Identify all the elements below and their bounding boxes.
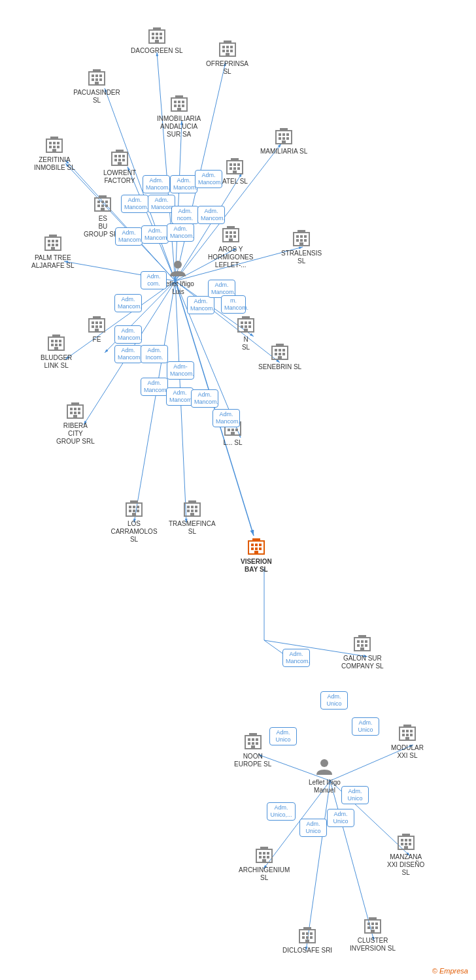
node-ribera[interactable]: RIBERACITYGROUP SRL bbox=[56, 400, 95, 446]
node-zeritinia[interactable]: ZERITINIAINMOBILE SL bbox=[34, 134, 75, 172]
svg-rect-39 bbox=[155, 40, 159, 43]
node-pacuasinder[interactable]: PACUASINDER SL bbox=[71, 67, 123, 105]
adm-box-26[interactable]: Adm.Unico bbox=[269, 727, 297, 745]
adm-box-30[interactable]: Adm.Unico bbox=[327, 809, 354, 827]
node-atel[interactable]: ATEL SL bbox=[222, 155, 248, 186]
adm-box-31[interactable]: Adm.Unico bbox=[341, 786, 369, 804]
svg-rect-40 bbox=[153, 27, 161, 30]
svg-rect-57 bbox=[95, 82, 99, 85]
adm-box-1[interactable]: Adm.Mancom. bbox=[143, 175, 170, 193]
svg-rect-139 bbox=[298, 230, 305, 233]
svg-rect-105 bbox=[97, 201, 100, 203]
adm-box-24[interactable]: Adm.Mancom. bbox=[282, 649, 310, 667]
svg-rect-72 bbox=[279, 137, 281, 140]
svg-rect-272 bbox=[302, 936, 305, 939]
svg-rect-135 bbox=[296, 239, 299, 242]
node-noon[interactable]: NOONEUROPE SL bbox=[234, 730, 271, 768]
svg-rect-63 bbox=[174, 105, 177, 107]
svg-rect-196 bbox=[129, 506, 131, 508]
node-manzana[interactable]: MANZANAXXI DISEÑOSL bbox=[387, 831, 424, 877]
adm-box-28[interactable]: Adm.Unico,... bbox=[267, 802, 296, 821]
svg-rect-43 bbox=[226, 46, 229, 48]
svg-rect-205 bbox=[187, 506, 190, 508]
node-leflet-manuel[interactable]: Leflet IñigoManuel bbox=[309, 757, 341, 794]
node-inmobiliaria[interactable]: INMOBILIARIAANDALUCIASUR SA bbox=[157, 93, 201, 139]
node-palmtree[interactable]: PALM TREEALJARAFE SL bbox=[31, 232, 75, 270]
svg-rect-107 bbox=[105, 201, 108, 203]
svg-rect-164 bbox=[245, 325, 247, 328]
svg-rect-183 bbox=[78, 412, 80, 414]
svg-rect-35 bbox=[160, 33, 162, 35]
svg-rect-110 bbox=[105, 204, 108, 207]
node-leflet-luis[interactable]: Leflet IñigoLuis bbox=[162, 258, 194, 296]
svg-rect-36 bbox=[152, 37, 154, 39]
node-archingenium[interactable]: ARCHINGENIUMSL bbox=[239, 844, 290, 882]
svg-rect-176 bbox=[276, 344, 284, 346]
adm-box-19[interactable]: Adm-Mancom. bbox=[167, 361, 194, 380]
svg-line-5 bbox=[175, 121, 182, 281]
adm-box-23[interactable]: Adm.Mancom. bbox=[212, 409, 240, 427]
svg-rect-221 bbox=[252, 538, 260, 541]
svg-rect-174 bbox=[282, 353, 285, 355]
adm-box-27[interactable]: Adm.Unico bbox=[352, 717, 379, 736]
node-lowrent[interactable]: LOWRENTFACTORY bbox=[103, 147, 136, 185]
adm-box-7[interactable]: Adm.Mancom. bbox=[197, 206, 225, 224]
node-stralensis[interactable]: STRALENSISSL bbox=[281, 227, 322, 265]
svg-rect-153 bbox=[59, 340, 61, 342]
svg-rect-126 bbox=[226, 235, 228, 238]
svg-rect-121 bbox=[49, 235, 57, 237]
node-trasmefinca[interactable]: TRASMEFINCASL bbox=[169, 498, 216, 536]
adm-box-9[interactable]: Adm.Mancom. bbox=[141, 225, 169, 244]
svg-rect-94 bbox=[116, 150, 124, 152]
adm-box-8[interactable]: Adm.Mancom. bbox=[115, 227, 143, 246]
adm-box-10[interactable]: Adm.Mancom. bbox=[167, 223, 194, 242]
svg-rect-203 bbox=[130, 500, 138, 503]
svg-rect-165 bbox=[248, 325, 251, 328]
svg-rect-46 bbox=[226, 50, 229, 52]
adm-box-18[interactable]: Adm.Incom. bbox=[141, 345, 168, 363]
svg-rect-149 bbox=[93, 316, 101, 319]
node-senebrin[interactable]: SENEBRIN SL bbox=[258, 341, 301, 371]
svg-rect-151 bbox=[51, 340, 54, 342]
node-cluster[interactable]: CLUSTERINVERSION SL bbox=[350, 915, 396, 953]
adm-box-3[interactable]: Adm.Mancom. bbox=[195, 170, 222, 188]
adm-box-25[interactable]: Adm.Unico bbox=[320, 691, 348, 710]
adm-box-16[interactable]: Adm.Mancom. bbox=[114, 325, 142, 344]
adm-box-21[interactable]: Adm.Mancom. bbox=[166, 387, 194, 406]
adm-box-6[interactable]: Adm.ncom. bbox=[171, 206, 199, 224]
node-bludger[interactable]: BLUDGERLINK SL bbox=[41, 332, 72, 370]
adm-box-4[interactable]: Adm.Mancom. bbox=[121, 195, 148, 213]
node-nsl[interactable]: NSL bbox=[235, 314, 256, 351]
adm-box-29[interactable]: Adm.Unico bbox=[299, 819, 327, 837]
svg-rect-283 bbox=[375, 926, 378, 929]
node-ofreprinsa[interactable]: OFREPRINSASL bbox=[206, 38, 248, 76]
svg-rect-81 bbox=[49, 146, 52, 148]
svg-rect-207 bbox=[195, 506, 197, 508]
svg-rect-223 bbox=[357, 640, 360, 643]
node-viserion[interactable]: VISERIONBAY SL bbox=[241, 536, 272, 574]
adm-box-22[interactable]: Adm.Mancom. bbox=[191, 389, 218, 408]
node-aros[interactable]: AROS YHORMIGONESLEFLET-... bbox=[208, 223, 253, 269]
node-galon[interactable]: GALON SURCOMPANY SL bbox=[341, 632, 384, 670]
adm-box-15[interactable]: m.Mancom. bbox=[221, 295, 246, 314]
svg-rect-88 bbox=[118, 155, 121, 157]
adm-box-20[interactable]: Adm.Mancom. bbox=[141, 378, 168, 396]
node-fen[interactable]: FE bbox=[86, 314, 107, 344]
svg-rect-158 bbox=[52, 335, 60, 337]
adm-box-11[interactable]: Adm.com. bbox=[141, 271, 167, 289]
svg-rect-109 bbox=[101, 204, 104, 207]
adm-box-13[interactable]: Adm.Mancom. bbox=[187, 296, 214, 314]
adm-box-2[interactable]: Adm.Mancom. bbox=[170, 175, 197, 193]
svg-rect-252 bbox=[263, 852, 265, 855]
node-loscarramolos[interactable]: LOSCARRAMOLOS SL bbox=[108, 498, 160, 544]
svg-rect-87 bbox=[114, 155, 117, 157]
svg-rect-216 bbox=[259, 544, 262, 546]
node-dacogreen[interactable]: DACOGREEN SL bbox=[131, 25, 182, 55]
node-mamiliaria[interactable]: MAMILIARIA SL bbox=[260, 125, 307, 155]
svg-rect-85 bbox=[50, 137, 58, 139]
adm-box-17[interactable]: Adm.Mancom. bbox=[114, 345, 142, 363]
node-diclosafe[interactable]: DICLOSAFE SRI bbox=[282, 924, 332, 955]
svg-rect-227 bbox=[361, 644, 364, 647]
node-modular[interactable]: MODULARXXI SL bbox=[391, 722, 424, 760]
adm-box-12[interactable]: Adm.Mancom. bbox=[114, 294, 142, 312]
